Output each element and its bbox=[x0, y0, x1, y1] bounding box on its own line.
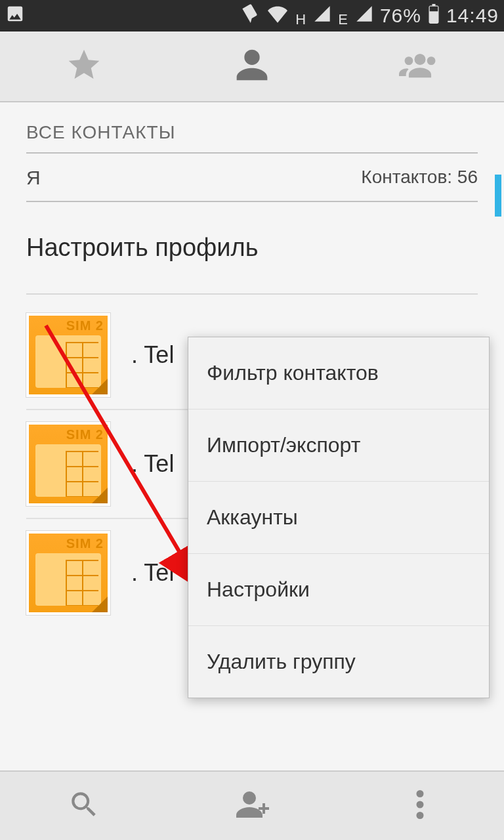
add-contact-button[interactable] bbox=[168, 772, 336, 840]
signal-1-icon bbox=[313, 5, 331, 28]
wifi-icon bbox=[266, 4, 289, 28]
tab-contacts[interactable] bbox=[168, 32, 336, 101]
sim-card-icon: SIM 2 bbox=[26, 313, 110, 397]
contacts-count: Контактов: 56 bbox=[361, 167, 478, 189]
svg-point-2 bbox=[417, 790, 424, 797]
menu-import-export[interactable]: Импорт/экспорт bbox=[188, 410, 489, 482]
setup-profile[interactable]: Настроить профиль bbox=[26, 202, 478, 295]
signal-2-icon bbox=[355, 5, 373, 28]
tab-bar bbox=[0, 32, 504, 102]
clock: 14:49 bbox=[446, 5, 499, 27]
svg-point-4 bbox=[417, 812, 424, 819]
battery-percent: 76% bbox=[380, 5, 421, 27]
sim-card-icon: SIM 2 bbox=[26, 531, 110, 615]
content-area: ВСЕ КОНТАКТЫ Я Контактов: 56 Настроить п… bbox=[0, 102, 504, 770]
menu-filter-contacts[interactable]: Фильтр контактов bbox=[188, 337, 489, 410]
search-icon bbox=[68, 788, 100, 824]
sim-card-icon: SIM 2 bbox=[26, 422, 110, 506]
bottom-bar bbox=[0, 770, 504, 840]
svg-point-3 bbox=[417, 801, 424, 808]
picture-icon bbox=[5, 4, 25, 28]
search-button[interactable] bbox=[0, 772, 168, 840]
section-header: ВСЕ КОНТАКТЫ bbox=[26, 102, 478, 154]
me-label: Я bbox=[26, 167, 41, 189]
person-icon bbox=[234, 47, 270, 86]
add-person-icon bbox=[234, 786, 270, 826]
menu-delete-group[interactable]: Удалить группу bbox=[188, 626, 489, 698]
signal-h-label: H bbox=[295, 11, 306, 28]
me-row: Я Контактов: 56 bbox=[26, 154, 478, 202]
overflow-menu: Фильтр контактов Импорт/экспорт Аккаунты… bbox=[188, 337, 490, 698]
contact-name: . Tel bbox=[131, 450, 174, 478]
star-icon bbox=[66, 47, 102, 86]
overflow-button[interactable] bbox=[336, 772, 504, 840]
contact-name: . Tel bbox=[131, 341, 174, 369]
tab-favorites[interactable] bbox=[0, 32, 168, 101]
kebab-icon bbox=[416, 790, 424, 822]
status-bar: H E 76% 14:49 bbox=[0, 0, 504, 32]
scroll-indicator[interactable] bbox=[495, 175, 501, 217]
svg-rect-0 bbox=[430, 6, 438, 11]
tab-groups[interactable] bbox=[336, 32, 504, 101]
battery-icon bbox=[428, 4, 440, 28]
vibrate-icon bbox=[240, 4, 260, 28]
signal-e-label: E bbox=[338, 11, 348, 28]
menu-accounts[interactable]: Аккаунты bbox=[188, 482, 489, 554]
group-icon bbox=[399, 47, 441, 86]
menu-settings[interactable]: Настройки bbox=[188, 554, 489, 626]
contact-name: . Tel bbox=[131, 559, 174, 587]
